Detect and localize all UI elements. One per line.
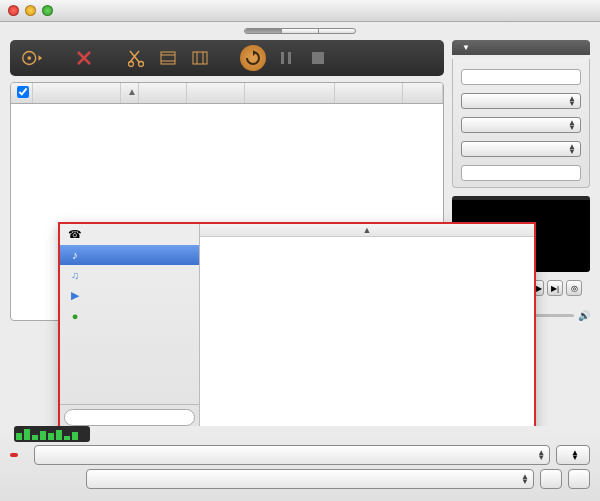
globe-icon: ● [68,310,82,322]
music-note-icon: ♪ [68,249,82,261]
equalizer-display [14,426,90,442]
close-window-button[interactable] [8,5,19,16]
lyrics-input[interactable] [461,165,581,181]
updown-arrows-icon: ▲▼ [568,96,576,106]
split-select[interactable]: ▲▼ [461,141,581,157]
updown-arrows-icon: ▲▼ [521,474,529,484]
profile-combo[interactable]: ▲▼ [34,445,550,465]
tab-rip-cd[interactable] [282,29,319,33]
profile-search-input[interactable] [64,409,195,426]
updown-arrows-icon: ▲▼ [537,450,545,460]
category-user-defined[interactable]: ● [60,306,199,326]
svg-rect-11 [288,52,291,64]
updown-arrows-icon: ▲▼ [571,450,579,460]
profile-category-list: ☎ ♪ ♫ ▶ ● [60,224,200,430]
delete-button[interactable] [72,46,96,70]
save-as-button[interactable]: ▲▼ [556,445,590,465]
category-general-audio[interactable]: ♪ [60,245,199,265]
minimize-window-button[interactable] [25,5,36,16]
pause-button[interactable] [274,46,298,70]
next-button[interactable]: ▶| [547,280,563,296]
zoom-window-button[interactable] [42,5,53,16]
chevron-down-icon: ▼ [462,43,470,52]
category-mobile-phone[interactable]: ☎ [60,224,199,245]
tab-convert[interactable] [245,29,282,33]
svg-rect-7 [193,52,207,64]
add-files-button[interactable] [20,46,44,70]
col-profile[interactable] [245,83,335,103]
svg-point-3 [139,62,144,67]
channels-select[interactable]: ▲▼ [461,117,581,133]
updown-arrows-icon: ▲▼ [568,144,576,154]
category-all-profiles[interactable]: ▶ [60,285,199,306]
frames-button-2[interactable] [188,46,212,70]
status-bar [10,493,590,495]
svg-rect-10 [281,52,284,64]
file-name-input[interactable] [461,69,581,85]
col-status[interactable] [403,83,443,103]
col-output-size[interactable] [335,83,403,103]
tab-burn-cd[interactable] [319,29,355,33]
col-format[interactable] [139,83,187,103]
snapshot-button[interactable]: ◎ [566,280,582,296]
frames-button-1[interactable] [156,46,180,70]
browse-button[interactable] [540,469,562,489]
mode-tabs [0,22,600,40]
category-lossless-audio[interactable]: ♫ [60,265,199,285]
svg-point-2 [129,62,134,67]
col-sort-indicator[interactable]: ▲ [121,83,139,103]
stop-button[interactable] [306,46,330,70]
svg-point-1 [27,56,31,60]
profile-picker-popup: ☎ ♪ ♫ ▶ ● ▲ [58,222,536,432]
open-button[interactable] [568,469,590,489]
svg-rect-4 [161,52,175,64]
volume-icon: 🔊 [578,310,590,321]
titlebar [0,0,600,22]
profile-panel-body: ▲▼ ▲▼ ▲▼ [452,59,590,188]
profile-panel-header[interactable]: ▼ [452,40,590,55]
play-icon: ▶ [68,289,82,302]
audio-quality-select[interactable]: ▲▼ [461,93,581,109]
convert-button[interactable] [240,45,266,71]
svg-rect-12 [312,52,324,64]
cut-button[interactable] [124,46,148,70]
phone-icon: ☎ [68,228,82,241]
destination-combo[interactable]: ▲▼ [86,469,534,489]
col-name[interactable] [33,83,121,103]
scroll-up-indicator[interactable]: ▲ [200,224,534,237]
col-check-all[interactable] [11,83,33,103]
profile-label [10,453,18,457]
col-duration[interactable] [187,83,245,103]
updown-arrows-icon: ▲▼ [568,120,576,130]
music-note-icon: ♫ [68,269,82,281]
toolbar [10,40,444,76]
